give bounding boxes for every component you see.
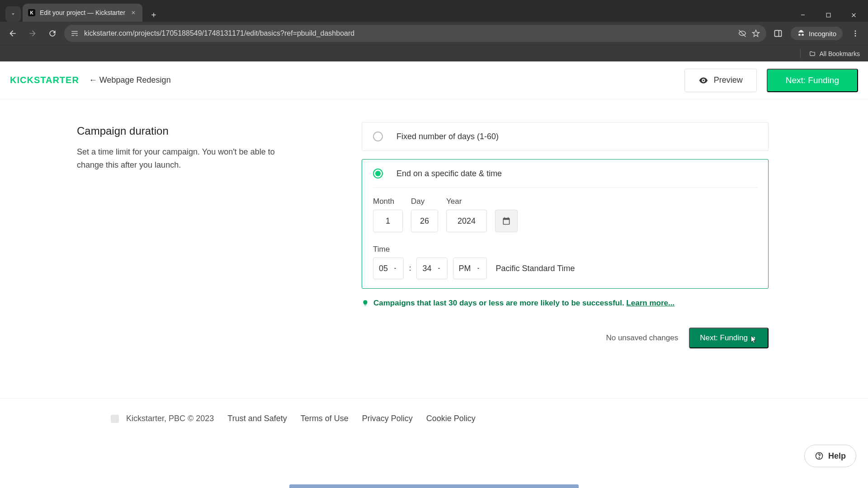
footer-link-trust[interactable]: Trust and Safety xyxy=(227,414,287,423)
next-label: Next: Funding xyxy=(786,75,839,85)
next-funding-button[interactable]: Next: Funding xyxy=(767,69,858,92)
arrow-left-icon xyxy=(8,29,17,38)
section-subtitle: Set a time limit for your campaign. You … xyxy=(77,145,289,172)
option-specific-card[interactable]: End on a specific date & time Month Day … xyxy=(362,159,769,289)
svg-point-4 xyxy=(855,35,856,37)
hour-select[interactable]: 05 xyxy=(373,258,404,279)
chrome-menu-button[interactable] xyxy=(847,25,863,42)
radio-specific[interactable] xyxy=(373,169,383,178)
calendar-button[interactable] xyxy=(495,210,518,232)
maximize-button[interactable] xyxy=(820,8,836,22)
preview-label: Preview xyxy=(714,75,743,85)
year-input[interactable] xyxy=(446,210,487,232)
help-button[interactable]: Help xyxy=(804,445,856,467)
day-input[interactable] xyxy=(411,210,438,232)
tip-link[interactable]: Learn more... xyxy=(626,299,675,307)
option-fixed-label: Fixed number of days (1-60) xyxy=(396,132,499,141)
lightbulb-icon xyxy=(362,300,369,307)
chevron-right-icon xyxy=(751,335,758,341)
duration-form: Fixed number of days (1-60) End on a spe… xyxy=(362,122,769,348)
ampm-select[interactable]: PM xyxy=(453,258,487,279)
minimize-icon xyxy=(800,12,806,18)
close-window-button[interactable] xyxy=(845,8,862,22)
url-text: kickstarter.com/projects/1705188549/1748… xyxy=(84,29,354,38)
incognito-icon xyxy=(797,29,805,38)
chevron-down-icon xyxy=(10,11,16,17)
time-block: Time 05 : 34 PM xyxy=(373,245,757,279)
browser-chrome: K Edit your project — Kickstarter kickst… xyxy=(0,0,868,61)
help-icon xyxy=(815,451,824,460)
minute-value: 34 xyxy=(422,264,431,273)
preview-button[interactable]: Preview xyxy=(684,69,757,92)
kickstarter-logo[interactable]: KICKSTARTER xyxy=(10,75,79,85)
eye-icon xyxy=(698,75,708,85)
close-tab-button[interactable] xyxy=(130,9,137,16)
bookmark-star-icon[interactable] xyxy=(752,29,760,38)
section-title: Campaign duration xyxy=(77,125,289,137)
incognito-label: Incognito xyxy=(809,30,836,38)
option-specific-label: End on a specific date & time xyxy=(396,169,502,178)
svg-point-5 xyxy=(703,80,704,81)
footer-link-cookie[interactable]: Cookie Policy xyxy=(426,414,476,423)
year-label: Year xyxy=(446,197,487,206)
minimize-button[interactable] xyxy=(795,8,811,22)
ampm-value: PM xyxy=(459,264,471,273)
caret-down-icon xyxy=(392,266,398,271)
month-label: Month xyxy=(373,197,403,206)
svg-point-7 xyxy=(819,458,819,458)
bottom-bar: No unsaved changes Next: Funding xyxy=(362,328,769,348)
month-input[interactable] xyxy=(373,210,403,232)
side-panel-button[interactable] xyxy=(770,25,786,42)
reload-icon xyxy=(48,29,57,38)
hour-value: 05 xyxy=(379,264,388,273)
svg-rect-0 xyxy=(826,13,830,17)
forward-button[interactable] xyxy=(24,25,41,42)
caret-down-icon xyxy=(436,266,442,271)
option-fixed-card[interactable]: Fixed number of days (1-60) xyxy=(362,122,769,151)
app-header: KICKSTARTER ← Webpage Redesign Preview N… xyxy=(0,61,868,99)
tip-row: Campaigns that last 30 days or less are … xyxy=(362,299,769,308)
bottom-accent-strip xyxy=(289,484,579,488)
address-bar[interactable]: kickstarter.com/projects/1705188549/1748… xyxy=(64,25,766,42)
next2-label: Next: Funding xyxy=(700,333,748,343)
footer-link-privacy[interactable]: Privacy Policy xyxy=(362,414,413,423)
toolbar: kickstarter.com/projects/1705188549/1748… xyxy=(0,22,868,45)
calendar-icon xyxy=(502,216,511,225)
svg-rect-1 xyxy=(775,30,782,36)
plus-icon xyxy=(150,11,157,19)
footer-logo-square xyxy=(111,415,119,423)
timezone-text: Pacific Standard Time xyxy=(496,264,575,273)
breadcrumb[interactable]: ← Webpage Redesign xyxy=(89,75,171,85)
footer-link-terms[interactable]: Terms of Use xyxy=(301,414,349,423)
eye-off-icon[interactable] xyxy=(738,29,746,38)
app-root: KICKSTARTER ← Webpage Redesign Preview N… xyxy=(0,61,868,423)
minute-select[interactable]: 34 xyxy=(416,258,447,279)
new-tab-button[interactable] xyxy=(147,8,160,22)
unsaved-label: No unsaved changes xyxy=(606,333,678,343)
tab-search-button[interactable] xyxy=(5,6,21,22)
help-label: Help xyxy=(828,451,846,461)
folder-icon xyxy=(809,51,816,57)
browser-tab[interactable]: K Edit your project — Kickstarter xyxy=(23,4,142,22)
footer-copyright: Kickstarter, PBC © 2023 xyxy=(126,414,214,423)
next-funding-button-bottom[interactable]: Next: Funding xyxy=(689,328,769,348)
close-icon xyxy=(131,10,136,15)
time-label: Time xyxy=(373,245,757,254)
section-intro: Campaign duration Set a time limit for y… xyxy=(77,122,289,348)
svg-point-3 xyxy=(855,33,856,34)
favicon-icon: K xyxy=(28,9,35,16)
footer: Kickstarter, PBC © 2023 Trust and Safety… xyxy=(0,399,868,423)
reload-button[interactable] xyxy=(44,25,61,42)
all-bookmarks-link[interactable]: All Bookmarks xyxy=(820,50,860,57)
bookmark-bar: All Bookmarks xyxy=(0,45,868,61)
site-settings-icon[interactable] xyxy=(71,29,79,38)
kebab-icon xyxy=(851,29,859,38)
incognito-badge[interactable]: Incognito xyxy=(791,27,843,40)
back-button[interactable] xyxy=(5,25,21,42)
radio-fixed[interactable] xyxy=(373,131,383,141)
tab-strip: K Edit your project — Kickstarter xyxy=(0,0,868,22)
date-block: Month Day Year xyxy=(373,188,757,232)
tip-text: Campaigns that last 30 days or less are … xyxy=(373,299,626,307)
close-icon xyxy=(850,12,857,19)
maximize-icon xyxy=(826,12,831,18)
